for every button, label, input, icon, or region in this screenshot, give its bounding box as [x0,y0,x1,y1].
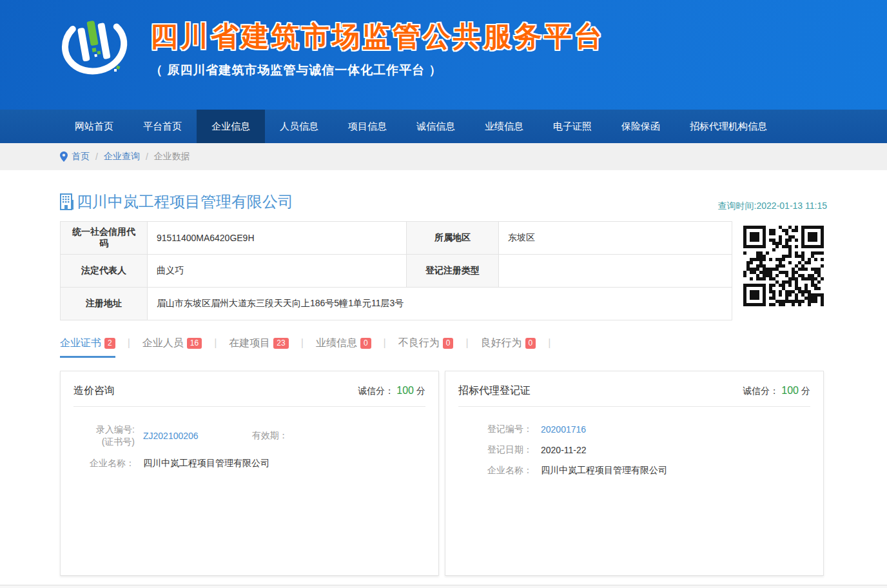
tab-label: 良好行为 [481,337,522,350]
nav-item-insurance[interactable]: 保险保函 [607,110,675,143]
location-pin-icon [60,152,68,162]
count-badge: 23 [273,338,288,349]
count-badge: 0 [525,338,536,349]
registration-number-link[interactable]: 202001716 [541,424,586,435]
registration-date-value: 2020-11-22 [541,445,587,455]
nav-item-performance-info[interactable]: 业绩信息 [470,110,538,143]
site-title: 四川省建筑市场监管公共服务平台 [150,18,605,55]
nav-item-bidding-agency[interactable]: 招标代理机构信息 [675,110,782,143]
main-nav: 网站首页 平台首页 企业信息 人员信息 项目信息 诚信信息 业绩信息 电子证照 … [0,110,887,143]
region-label: 所属地区 [407,222,499,255]
credit-score: 诚信分：100分 [743,385,810,397]
tab-label: 业绩信息 [316,337,357,350]
registration-date-label: 登记日期： [458,444,532,456]
site-header: 四川省建筑市场监管公共服务平台 （ 原四川省建筑市场监管与诚信一体化工作平台 ） [0,0,887,110]
platform-logo-icon [57,8,133,84]
site-subtitle: （ 原四川省建筑市场监管与诚信一体化工作平台 ） [150,62,605,79]
breadcrumb-enterprise-query[interactable]: 企业查询 [104,151,140,162]
company-info-table: 统一社会信用代码 91511400MA6420GE9H 所属地区 东坡区 法定代… [60,221,732,320]
credit-code-label: 统一社会信用代码 [61,222,148,255]
nav-item-platform-home[interactable]: 平台首页 [128,110,197,143]
table-row: 注册地址 眉山市东坡区眉州大道东三段天天向上186号5幢1单元11层3号 [61,288,732,320]
count-badge: 0 [360,338,371,349]
nav-item-personnel-info[interactable]: 人员信息 [265,110,333,143]
tab-projects-in-progress[interactable]: 在建项目 23 [229,337,288,358]
tab-separator: | [301,337,304,349]
credit-code-value: 91511400MA6420GE9H [148,222,407,255]
tab-label: 在建项目 [229,337,270,350]
page-title-company-name: 四川中岚工程项目管理有限公司 [77,191,293,212]
company-name-label: 企业名称： [458,465,532,476]
building-icon [60,193,74,210]
record-number-label: 录入编号:(证书号) [73,424,135,448]
breadcrumb: 首页 / 企业查询 / 企业数据 [0,143,887,170]
table-row: 统一社会信用代码 91511400MA6420GE9H 所属地区 东坡区 [61,222,732,255]
card-title: 招标代理登记证 [458,384,531,398]
credit-score-unit: 分 [801,386,810,396]
count-badge: 2 [104,338,115,349]
nav-item-project-info[interactable]: 项目信息 [333,110,402,143]
nav-item-enterprise-info[interactable]: 企业信息 [197,110,265,143]
tab-separator: | [548,337,551,349]
page-bottom-divider [0,585,887,588]
breadcrumb-separator: / [95,152,98,162]
tab-label: 企业人员 [142,337,184,350]
tab-separator: | [128,337,130,349]
registration-type-label: 登记注册类型 [407,255,499,288]
legal-rep-label: 法定代表人 [61,255,148,288]
company-name-value: 四川中岚工程项目管理有限公司 [143,458,269,469]
credit-score-value: 100 [396,385,414,396]
breadcrumb-current: 企业数据 [154,151,190,162]
tab-good-behavior[interactable]: 良好行为 0 [481,337,536,358]
count-badge: 0 [443,338,454,349]
tab-performance-info[interactable]: 业绩信息 0 [316,337,371,358]
region-value: 东坡区 [499,222,732,255]
credit-score-label: 诚信分： [358,386,394,396]
tab-enterprise-certificates[interactable]: 企业证书 2 [60,337,115,358]
credit-score-label: 诚信分： [743,386,779,396]
bidding-agency-certificate-card: 招标代理登记证 诚信分：100分 登记编号： 202001716 登记日期： 2… [445,371,824,576]
registered-address-label: 注册地址 [61,288,148,320]
tab-label: 企业证书 [60,337,101,350]
credit-score: 诚信分：100分 [358,385,425,397]
tab-label: 不良行为 [398,337,440,350]
nav-item-credit-info[interactable]: 诚信信息 [402,110,470,143]
credit-score-unit: 分 [416,386,425,396]
registration-type-value [499,255,732,288]
main-content: 四川中岚工程项目管理有限公司 查询时间:2022-01-13 11:15 统一社… [60,191,827,576]
tab-separator: | [465,337,468,349]
tab-separator: | [384,337,386,349]
breadcrumb-separator: / [146,152,148,162]
company-name-value: 四川中岚工程项目管理有限公司 [541,465,667,476]
count-badge: 16 [187,338,202,349]
tab-bad-behavior[interactable]: 不良行为 0 [398,337,454,358]
qr-code [739,221,828,311]
validity-label: 有效期： [252,430,288,442]
credit-score-value: 100 [781,385,799,396]
company-name-label: 企业名称： [73,457,135,469]
registration-number-label: 登记编号： [458,424,532,435]
card-title: 造价咨询 [73,384,115,398]
legal-rep-value: 曲义巧 [148,255,407,288]
nav-item-home[interactable]: 网站首页 [60,110,128,143]
tab-enterprise-personnel[interactable]: 企业人员 16 [142,337,202,358]
cost-consulting-card: 造价咨询 诚信分：100分 录入编号:(证书号) ZJ202100206 有效期… [60,371,439,576]
registered-address-value: 眉山市东坡区眉州大道东三段天天向上186号5幢1单元11层3号 [148,288,732,320]
tab-bar: 企业证书 2 | 企业人员 16 | 在建项目 23 | 业绩信息 0 | 不良… [60,337,827,358]
query-time: 查询时间:2022-01-13 11:15 [718,201,827,212]
tab-separator: | [214,337,217,349]
nav-item-e-certificate[interactable]: 电子证照 [538,110,607,143]
table-row: 法定代表人 曲义巧 登记注册类型 [61,255,732,288]
record-number-link[interactable]: ZJ202100206 [143,431,199,441]
breadcrumb-home[interactable]: 首页 [72,151,90,162]
